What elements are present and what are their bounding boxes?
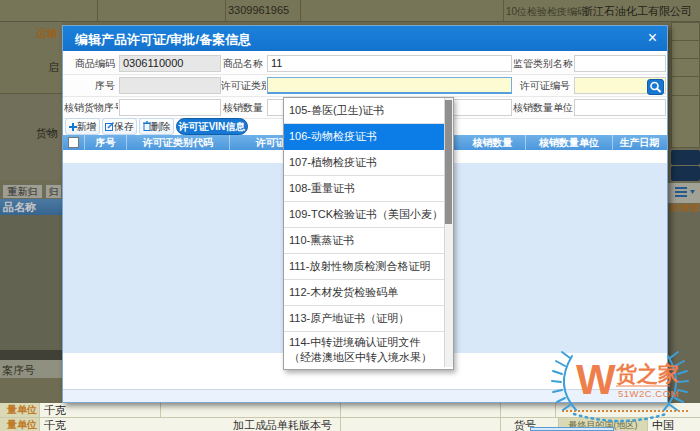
close-icon[interactable]: ×: [648, 28, 657, 48]
bg-unit-value-1: 千克: [44, 403, 66, 417]
col-license-code: 许可证类别代码: [127, 135, 230, 150]
dropdown-item[interactable]: 113-原产地证书（证明）: [284, 306, 444, 332]
license-vin-button[interactable]: 许可证VIN信息: [176, 118, 248, 135]
col-verify-unit: 核销数量单位: [526, 135, 613, 150]
dropdown-scrollbar-thumb[interactable]: [445, 100, 452, 224]
license-type-label: 许可证类别: [221, 75, 266, 97]
bg-unit-label-2: 量单位: [0, 418, 40, 431]
plus-icon: [69, 123, 77, 131]
verify-unit-label: 核销数量单位: [513, 97, 573, 119]
verify-goods-seq-label: 核销货物序号: [64, 97, 118, 119]
license-type-dropdown: 105-兽医(卫生)证书 106-动物检疫证书 107-植物检疫证书 108-重…: [283, 97, 454, 370]
dropdown-item[interactable]: 109-TCK检验证书（美国小麦）: [284, 202, 444, 228]
screen: 3309961965 10位检验检疫编码 浙江石油化工有限公司 运输 启 货物 …: [0, 0, 700, 431]
dropdown-item[interactable]: 110-熏蒸证书: [284, 228, 444, 254]
dropdown-item[interactable]: 107-植物检疫证书: [284, 150, 444, 176]
product-name-label: 商品名称: [221, 53, 266, 75]
dropdown-item[interactable]: 111-放射性物质检测合格证明: [284, 254, 444, 280]
supervise-type-label: 监管类别名称: [513, 53, 573, 75]
watermark: W 货之家 51W2C.COM: [540, 350, 700, 431]
bg-unit-label-1: 量单位: [0, 403, 40, 417]
dropdown-item[interactable]: 108-重量证书: [284, 176, 444, 202]
product-code-field[interactable]: 0306110000: [119, 55, 221, 72]
bg-version-label: 加工成品单耗版本号: [205, 418, 332, 431]
delete-button[interactable]: 删除: [139, 118, 174, 135]
product-name-field[interactable]: 11: [267, 55, 512, 72]
col-verify-qty: 核销数量: [460, 135, 526, 150]
verify-qty-label: 核销数量: [221, 97, 266, 119]
dropdown-item[interactable]: 112-木材发货检验码单: [284, 280, 444, 306]
dropdown-item-selected[interactable]: 106-动物检疫证书: [284, 124, 444, 150]
license-type-input[interactable]: [267, 77, 512, 94]
add-button[interactable]: 新增: [65, 118, 100, 135]
product-code-label: 商品编码: [64, 53, 118, 75]
verify-goods-seq-field[interactable]: [119, 99, 221, 116]
save-button[interactable]: 保存: [102, 118, 137, 135]
modal-title-bar: 编辑产品许可证/审批/备案信息 ×: [63, 26, 667, 51]
watermark-brand: 货之家: [615, 362, 679, 386]
dropdown-item[interactable]: 105-兽医(卫生)证书: [284, 98, 444, 124]
form-row-1: 商品编码 0306110000 商品名称 11 监管类别名称: [63, 53, 667, 75]
bg-unit-value-2: 千克: [44, 418, 66, 431]
dropdown-scrollbar-track: [444, 98, 453, 367]
select-all-checkbox[interactable]: [63, 135, 85, 150]
dropdown-item[interactable]: 114-中转进境确认证明文件（经港澳地区中转入境水果）: [284, 332, 444, 369]
form-row-2: 序号 许可证类别 许可证编号: [63, 75, 667, 97]
watermark-letter: W: [576, 356, 616, 403]
trash-icon: [143, 121, 151, 131]
license-no-label: 许可证编号: [513, 75, 573, 97]
seq-field[interactable]: [119, 77, 221, 94]
col-seq: 序号: [85, 135, 127, 150]
supervise-type-field[interactable]: [574, 55, 666, 72]
search-icon[interactable]: [647, 79, 664, 95]
modal-title: 编辑产品许可证/审批/备案信息: [75, 31, 251, 49]
verify-unit-field[interactable]: [574, 99, 666, 116]
seq-label: 序号: [64, 75, 118, 97]
col-prod-date: 生产日期: [613, 135, 666, 150]
watermark-site: 51W2C.COM: [618, 388, 679, 399]
edit-icon: [105, 122, 114, 131]
